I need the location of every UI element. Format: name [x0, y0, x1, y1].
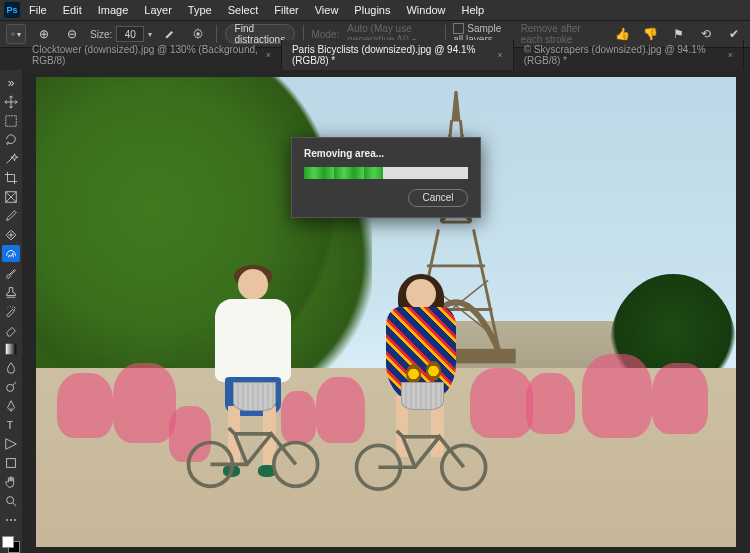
close-icon[interactable]: ×	[266, 50, 271, 60]
distraction-selection	[526, 373, 575, 434]
tool-frame[interactable]	[2, 188, 20, 205]
menu-file[interactable]: File	[22, 2, 54, 18]
color-swatches[interactable]	[2, 536, 20, 553]
chevron-down-icon[interactable]: ▾	[148, 30, 152, 39]
tool-zoom[interactable]	[2, 492, 20, 509]
svg-text:T: T	[7, 418, 14, 430]
tab-skyscrapers[interactable]: © Skyscrapers (downsized).jpg @ 94.1% (R…	[514, 40, 744, 70]
close-icon[interactable]: ×	[728, 50, 733, 60]
foreground-color-swatch[interactable]	[2, 536, 14, 548]
brush-icon	[164, 28, 176, 40]
document-tabs: Clocktower (downsized).jpg @ 130% (Backg…	[0, 48, 750, 70]
menu-window[interactable]: Window	[399, 2, 452, 18]
menu-image[interactable]: Image	[91, 2, 136, 18]
distraction-selection	[652, 363, 708, 434]
tool-stamp[interactable]	[2, 283, 20, 300]
tool-brush[interactable]	[2, 264, 20, 281]
tool-history-brush[interactable]	[2, 302, 20, 319]
svg-point-3	[197, 32, 200, 35]
menu-edit[interactable]: Edit	[56, 2, 89, 18]
tool-blur[interactable]	[2, 359, 20, 376]
menu-help[interactable]: Help	[455, 2, 492, 18]
tab-paris-bicyclists[interactable]: Paris Bicyclists (downsized).jpg @ 94.1%…	[282, 40, 514, 70]
chevron-down-icon: ▾	[17, 30, 21, 39]
svg-point-13	[7, 384, 14, 391]
distraction-selection	[113, 363, 176, 443]
tool-crop[interactable]	[2, 169, 20, 186]
tab-label: © Skyscrapers (downsized).jpg @ 94.1% (R…	[524, 44, 722, 66]
cancel-button[interactable]: Cancel	[408, 189, 468, 207]
heal-icon	[11, 32, 15, 36]
more-tools-icon[interactable]: ⋯	[2, 511, 20, 528]
tool-shape[interactable]	[2, 454, 20, 471]
tool-path[interactable]	[2, 435, 20, 452]
tab-clocktower[interactable]: Clocktower (downsized).jpg @ 130% (Backg…	[22, 40, 282, 70]
tab-label: Paris Bicyclists (downsized).jpg @ 94.1%…	[292, 44, 491, 66]
menu-layer[interactable]: Layer	[137, 2, 179, 18]
checkbox-icon	[453, 23, 464, 34]
tools-panel: » T ⋯	[0, 70, 22, 553]
tool-move[interactable]	[2, 93, 20, 110]
tool-wand[interactable]	[2, 150, 20, 167]
tab-label: Clocktower (downsized).jpg @ 130% (Backg…	[32, 44, 260, 66]
svg-rect-12	[6, 343, 17, 354]
size-label: Size:	[90, 29, 112, 40]
menu-view[interactable]: View	[308, 2, 346, 18]
tool-heal[interactable]	[2, 226, 20, 243]
tool-gradient[interactable]	[2, 340, 20, 357]
svg-point-5	[7, 142, 9, 144]
tool-pen[interactable]	[2, 397, 20, 414]
tool-lasso[interactable]	[2, 131, 20, 148]
expand-panels-icon[interactable]: »	[2, 74, 20, 91]
menu-plugins[interactable]: Plugins	[347, 2, 397, 18]
gear-icon	[192, 28, 204, 40]
menu-filter[interactable]: Filter	[267, 2, 305, 18]
menu-select[interactable]: Select	[221, 2, 266, 18]
tool-marquee[interactable]	[2, 112, 20, 129]
svg-line-18	[13, 502, 17, 506]
svg-rect-4	[6, 115, 17, 126]
progress-bar	[304, 167, 468, 179]
svg-point-17	[7, 496, 14, 503]
close-icon[interactable]: ×	[497, 50, 502, 60]
photo-person-left	[190, 265, 316, 509]
tool-eyedropper[interactable]	[2, 207, 20, 224]
progress-fill	[304, 167, 383, 179]
distraction-selection	[57, 373, 113, 439]
photo-person-right	[358, 274, 484, 509]
tool-dodge[interactable]	[2, 378, 20, 395]
tool-type[interactable]: T	[2, 416, 20, 433]
svg-rect-16	[7, 458, 16, 467]
app-logo: Ps	[4, 2, 20, 18]
mode-label: Mode:	[311, 29, 339, 40]
workspace: » T ⋯	[0, 70, 750, 553]
tool-hand[interactable]	[2, 473, 20, 490]
dialog-title: Removing area...	[304, 148, 468, 159]
distraction-selection	[582, 354, 652, 439]
document-canvas[interactable]: Removing area... Cancel	[36, 77, 736, 547]
tool-eraser[interactable]	[2, 321, 20, 338]
svg-line-14	[13, 381, 17, 385]
menu-bar: Ps File Edit Image Layer Type Select Fil…	[0, 0, 750, 20]
menu-type[interactable]: Type	[181, 2, 219, 18]
progress-dialog: Removing area... Cancel	[291, 137, 481, 218]
tool-remove[interactable]	[2, 245, 20, 262]
canvas-area: Removing area... Cancel	[22, 70, 750, 553]
